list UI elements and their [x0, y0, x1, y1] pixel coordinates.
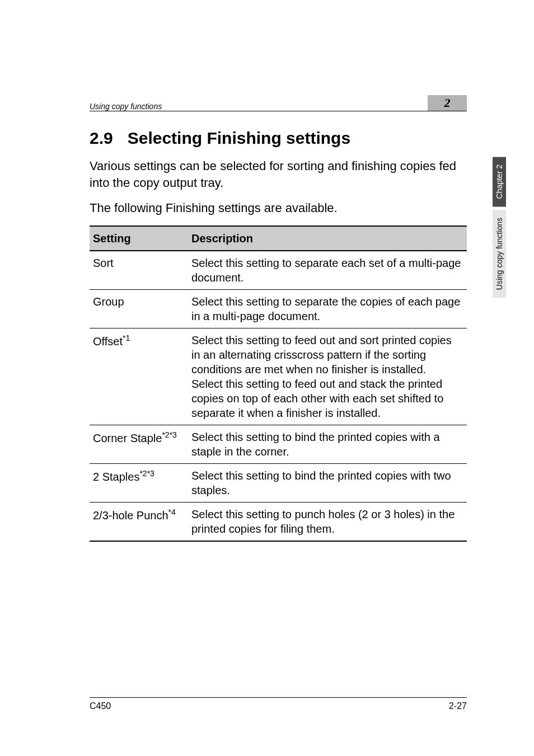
footer-rule [90, 697, 467, 698]
cell-setting: 2/3-hole Punch*4 [90, 503, 188, 542]
section-title: Selecting Finishing settings [128, 129, 350, 147]
table-row: Group Select this setting to separate th… [90, 290, 467, 328]
finishing-settings-table: Setting Description Sort Select this set… [90, 226, 467, 542]
cell-desc: Select this setting to separate each set… [188, 251, 467, 290]
side-tab-chapter: Chapter 2 [493, 157, 506, 206]
header-rule [90, 111, 467, 111]
section-number: 2.9 [90, 129, 113, 147]
cell-desc: Select this setting to feed out and sort… [188, 328, 467, 425]
footer-right: 2-27 [449, 701, 467, 711]
cell-desc: Select this setting to bind the printed … [188, 425, 467, 464]
th-description: Description [188, 226, 467, 251]
page: Using copy functions 2 2.9Selecting Fini… [0, 0, 534, 756]
intro-paragraph-1: Various settings can be selected for sor… [90, 158, 467, 191]
cell-setting: Sort [90, 251, 188, 290]
table-head-row: Setting Description [90, 226, 467, 251]
footer-left: C450 [90, 701, 111, 711]
table-row: Offset*1 Select this setting to feed out… [90, 328, 467, 425]
table-row: 2/3-hole Punch*4 Select this setting to … [90, 503, 467, 542]
cell-setting: Group [90, 290, 188, 328]
chapter-number: 2 [444, 96, 451, 110]
chapter-number-box: 2 [428, 95, 467, 111]
table-row: 2 Staples*2*3 Select this setting to bin… [90, 464, 467, 503]
table-row: Corner Staple*2*3 Select this setting to… [90, 425, 467, 464]
cell-setting: Offset*1 [90, 328, 188, 425]
footer: C450 2-27 [90, 697, 467, 711]
table-row: Sort Select this setting to separate eac… [90, 251, 467, 290]
cell-setting: 2 Staples*2*3 [90, 464, 188, 503]
running-title: Using copy functions [90, 102, 162, 111]
intro-paragraph-2: The following Finishing settings are ava… [90, 200, 467, 217]
side-tabs: Chapter 2 Using copy functions [493, 157, 506, 298]
cell-desc: Select this setting to punch holes (2 or… [188, 503, 467, 542]
th-setting: Setting [90, 226, 188, 251]
section-heading: 2.9Selecting Finishing settings [90, 129, 467, 148]
content: 2.9Selecting Finishing settings Various … [90, 129, 467, 542]
footer-row: C450 2-27 [90, 701, 467, 711]
cell-desc: Select this setting to bind the printed … [188, 464, 467, 503]
cell-setting: Corner Staple*2*3 [90, 425, 188, 464]
side-tab-section: Using copy functions [493, 210, 506, 298]
cell-desc: Select this setting to separate the copi… [188, 290, 467, 328]
